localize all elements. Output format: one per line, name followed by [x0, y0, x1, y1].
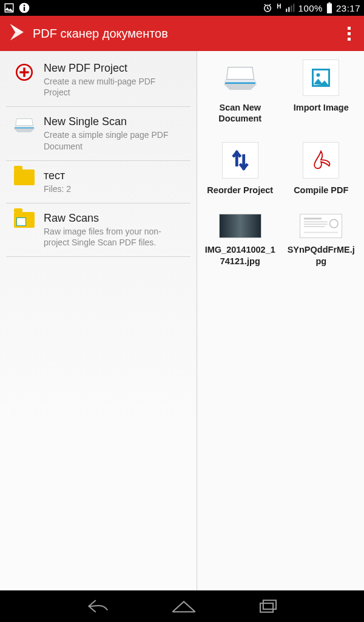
svg-rect-26 — [263, 600, 276, 609]
item-sub: Create a simple single page PDF Document — [44, 129, 183, 151]
svg-rect-20 — [304, 222, 328, 223]
raw-scans-folder[interactable]: Raw Scans Raw image files from your non-… — [6, 203, 190, 257]
item-sub: Create a new multi-page PDF Project — [44, 76, 183, 98]
item-title: New Single Scan — [44, 115, 183, 128]
image-thumbnail — [300, 214, 342, 238]
svg-point-17 — [317, 73, 320, 77]
svg-rect-21 — [304, 224, 328, 225]
pdf-icon — [303, 142, 339, 179]
overflow-menu-button[interactable] — [340, 21, 358, 46]
scanner-icon — [12, 115, 36, 140]
folder-image-icon — [12, 212, 36, 236]
svg-rect-19 — [304, 218, 322, 220]
scanner-icon — [222, 60, 258, 96]
home-button[interactable] — [170, 598, 197, 614]
file-thumbnail[interactable]: IMG_20141002_174121.jpg — [201, 214, 280, 266]
right-pane: Scan New Document Import Image — [197, 51, 364, 590]
back-button[interactable] — [86, 598, 110, 614]
action-bar: PDF сканер документов — [0, 16, 364, 51]
svg-rect-22 — [304, 226, 325, 227]
file-label: SYnPQddFrME.jpg — [285, 244, 357, 266]
left-pane: New PDF Project Create a new multi-page … — [0, 51, 197, 590]
alarm-icon — [262, 2, 273, 13]
status-bar: H 100% 23:17 — [0, 0, 364, 16]
battery-icon — [326, 2, 332, 13]
folder-icon — [12, 169, 36, 194]
item-sub: Raw image files from your non-project Si… — [44, 226, 183, 248]
svg-rect-8 — [293, 4, 294, 12]
svg-rect-15 — [225, 83, 255, 84]
clock: 23:17 — [336, 3, 360, 13]
item-title: New PDF Project — [44, 62, 183, 75]
action-label: Reorder Project — [207, 185, 273, 196]
app-title: PDF сканер документов — [33, 27, 340, 41]
svg-rect-5 — [286, 9, 287, 12]
svg-rect-7 — [291, 5, 292, 12]
item-sub: Files: 2 — [44, 183, 183, 194]
file-thumbnail[interactable]: SYnPQddFrME.jpg — [282, 214, 361, 266]
action-label: Compile PDF — [294, 185, 348, 196]
new-pdf-project[interactable]: New PDF Project Create a new multi-page … — [6, 51, 190, 107]
main-content: New PDF Project Create a new multi-page … — [0, 51, 364, 590]
action-compile-pdf[interactable]: Compile PDF — [282, 142, 361, 196]
image-icon — [4, 2, 15, 13]
plus-circle-icon — [12, 62, 36, 86]
image-thumbnail — [219, 214, 261, 238]
svg-rect-6 — [288, 7, 289, 12]
navigation-bar — [0, 590, 364, 622]
reorder-icon — [222, 142, 258, 179]
svg-rect-25 — [260, 603, 273, 612]
project-folder-test[interactable]: тест Files: 2 — [6, 161, 190, 203]
action-label: Import Image — [294, 102, 349, 113]
svg-rect-24 — [304, 232, 338, 233]
file-label: IMG_20141002_174121.jpg — [204, 244, 277, 266]
svg-point-2 — [24, 5, 25, 7]
action-import-image[interactable]: Import Image — [282, 60, 361, 124]
svg-rect-3 — [24, 7, 25, 11]
item-title: Raw Scans — [44, 212, 183, 225]
action-reorder-project[interactable]: Reorder Project — [201, 142, 280, 196]
recent-apps-button[interactable] — [258, 598, 278, 614]
svg-rect-14 — [15, 128, 34, 129]
app-logo-icon — [6, 22, 27, 45]
action-scan-new-document[interactable]: Scan New Document — [201, 60, 280, 124]
network-type: H — [277, 3, 281, 10]
image-icon — [303, 60, 339, 96]
battery-percentage: 100% — [298, 3, 323, 13]
svg-rect-10 — [328, 2, 330, 4]
item-title: тест — [44, 169, 183, 182]
svg-rect-9 — [327, 4, 332, 13]
svg-rect-13 — [19, 71, 29, 73]
new-single-scan[interactable]: New Single Scan Create a simple single p… — [6, 107, 190, 160]
info-icon — [18, 2, 30, 14]
action-label: Scan New Document — [204, 102, 277, 124]
signal-icon — [285, 3, 295, 13]
